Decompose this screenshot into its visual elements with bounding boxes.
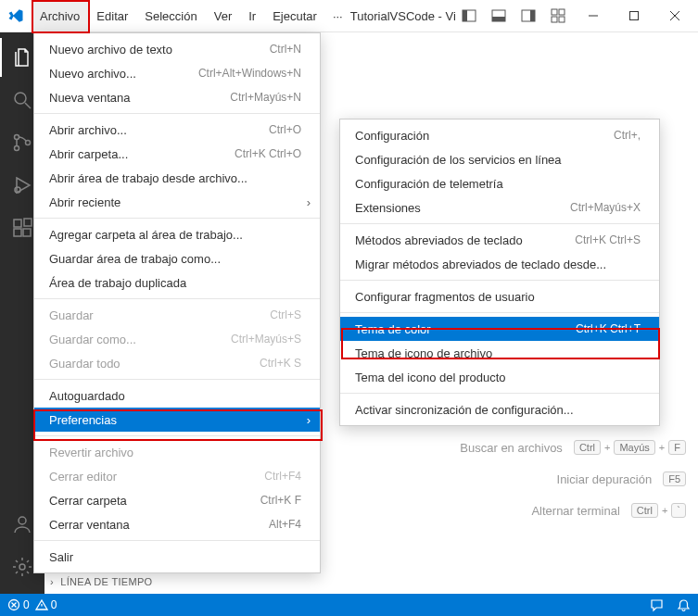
menuitem-preferences[interactable]: Preferencias› (34, 408, 320, 432)
svg-point-20 (19, 517, 26, 524)
menuitem-close-folder[interactable]: Cerrar carpetaCtrl+K F (34, 488, 320, 512)
menuitem-new-file[interactable]: Nuevo archivo...Ctrl+Alt+Windows+N (34, 61, 320, 85)
menuitem-close-editor: Cerrar editorCtrl+F4 (34, 464, 320, 488)
menu-overflow[interactable]: ··· (325, 0, 350, 31)
layout-bottom-icon[interactable] (485, 0, 513, 32)
title-bar-right (455, 0, 698, 32)
vscode-logo-icon (0, 0, 32, 32)
svg-rect-8 (552, 17, 557, 22)
menuitem-user-snippets[interactable]: Configurar fragmentos de usuario (340, 284, 659, 308)
menuitem-keyboard-shortcuts[interactable]: Métodos abreviados de tecladoCtrl+K Ctrl… (340, 228, 659, 252)
menuitem-save: GuardarCtrl+S (34, 303, 320, 327)
svg-rect-7 (559, 9, 565, 15)
menuitem-save-workspace-as[interactable]: Guardar área de trabajo como... (34, 246, 320, 270)
minimize-button[interactable] (574, 0, 613, 32)
menuitem-new-text-file[interactable]: Nuevo archivo de textoCtrl+N (34, 37, 320, 61)
timeline-label: LÍNEA DE TIEMPO (60, 576, 152, 587)
chevron-right-icon: › (307, 413, 311, 427)
svg-rect-10 (630, 12, 639, 20)
hint-find-label: Buscar en archivos (460, 441, 563, 455)
menuitem-settings[interactable]: ConfiguraciónCtrl+, (340, 123, 659, 147)
status-errors[interactable]: 0 (7, 598, 30, 611)
menuitem-duplicate-workspace[interactable]: Área de trabajo duplicada (34, 270, 320, 295)
timeline-section-header[interactable]: › LÍNEA DE TIEMPO (50, 576, 152, 587)
menuitem-autosave[interactable]: Autoguardado (34, 383, 320, 408)
archivo-menu: Nuevo archivo de textoCtrl+N Nuevo archi… (33, 32, 321, 573)
hint-find-keys: Ctrl+Mayús+F (574, 440, 686, 455)
menuitem-add-folder-to-workspace[interactable]: Agregar carpeta al área de trabajo... (34, 222, 320, 246)
menu-archivo[interactable]: Archivo (32, 0, 88, 31)
chevron-right-icon: › (50, 576, 54, 587)
status-warnings-count: 0 (51, 598, 57, 611)
status-feedback-icon[interactable] (650, 598, 664, 612)
menuitem-new-window[interactable]: Nueva ventanaCtrl+Mayús+N (34, 85, 320, 109)
svg-rect-9 (559, 17, 565, 22)
svg-rect-5 (530, 10, 535, 21)
menu-editar[interactable]: Editar (88, 0, 136, 31)
chevron-right-icon: › (307, 195, 311, 209)
menu-seleccion[interactable]: Selección (136, 0, 205, 31)
menuitem-open-recent[interactable]: Abrir reciente› (34, 190, 320, 214)
menuitem-open-folder[interactable]: Abrir carpeta...Ctrl+K Ctrl+O (34, 142, 320, 166)
status-bar: 0 0 (0, 594, 698, 616)
svg-point-14 (26, 141, 31, 145)
hint-term-keys: Ctrl+` (631, 503, 686, 518)
menuitem-save-all: Guardar todoCtrl+K S (34, 351, 320, 375)
layout-right-icon[interactable] (514, 0, 542, 32)
menuitem-save-as: Guardar como...Ctrl+Mayús+S (34, 327, 320, 351)
title-bar: Archivo Editar Selección Ver Ir Ejecutar… (0, 0, 698, 32)
svg-rect-3 (492, 17, 505, 21)
svg-rect-17 (14, 229, 21, 236)
status-errors-count: 0 (23, 598, 30, 611)
menuitem-migrate-keyboard-shortcuts[interactable]: Migrar métodos abreviados de teclado des… (340, 252, 659, 276)
svg-point-12 (15, 135, 19, 140)
menuitem-settings-sync[interactable]: Activar sincronización de configuración.… (340, 397, 659, 421)
menu-ir[interactable]: Ir (240, 0, 264, 31)
close-button[interactable] (655, 0, 694, 32)
menuitem-online-services-settings[interactable]: Configuración de los servicios en línea (340, 147, 659, 171)
menuitem-exit[interactable]: Salir (34, 545, 320, 569)
menuitem-close-window[interactable]: Cerrar ventanaAlt+F4 (34, 512, 320, 536)
menuitem-extensions[interactable]: ExtensionesCtrl+Mayús+X (340, 195, 659, 220)
layout-left-icon[interactable] (455, 0, 483, 32)
menuitem-telemetry-settings[interactable]: Configuración de telemetría (340, 171, 659, 195)
window-title: TutorialVSCode - Visual S… (350, 9, 455, 23)
svg-point-13 (15, 146, 19, 151)
svg-rect-18 (23, 229, 31, 236)
svg-rect-19 (24, 219, 32, 226)
svg-point-21 (19, 564, 25, 570)
welcome-hints: Buscar en archivos Ctrl+Mayús+F Iniciar … (352, 440, 686, 534)
svg-rect-1 (463, 10, 467, 21)
hint-debug-label: Iniciar depuración (557, 472, 653, 486)
menuitem-color-theme[interactable]: Tema de colorCtrl+K Ctrl+T (340, 317, 659, 341)
hint-debug-keys: F5 (663, 471, 686, 486)
menuitem-open-workspace-from-file[interactable]: Abrir área de trabajo desde archivo... (34, 166, 320, 190)
menuitem-revert-file: Revertir archivo (34, 440, 320, 464)
menuitem-file-icon-theme[interactable]: Tema de icono de archivo (340, 341, 659, 365)
menuitem-product-icon-theme[interactable]: Tema del icono del producto (340, 365, 659, 389)
svg-rect-6 (552, 9, 557, 15)
preferences-submenu: ConfiguraciónCtrl+, Configuración de los… (339, 119, 660, 426)
menu-ver[interactable]: Ver (206, 0, 241, 31)
svg-point-11 (15, 93, 26, 104)
layout-custom-icon[interactable] (544, 0, 572, 32)
svg-rect-16 (14, 220, 21, 227)
menu-ejecutar[interactable]: Ejecutar (264, 0, 325, 31)
menuitem-open-file[interactable]: Abrir archivo...Ctrl+O (34, 118, 320, 142)
status-warnings[interactable]: 0 (35, 598, 57, 611)
hint-term-label: Alternar terminal (531, 504, 619, 518)
status-notifications-icon[interactable] (677, 598, 691, 612)
menu-bar: Archivo Editar Selección Ver Ir Ejecutar… (32, 0, 350, 31)
maximize-button[interactable] (615, 0, 654, 32)
